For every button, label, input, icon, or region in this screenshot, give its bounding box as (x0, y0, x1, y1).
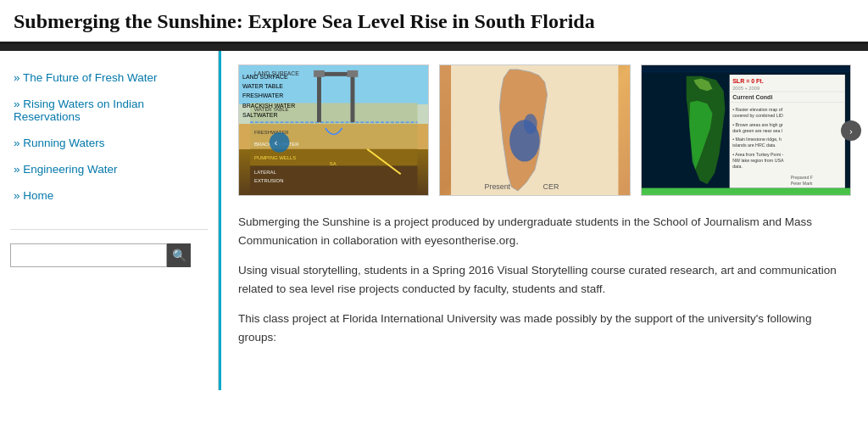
svg-text:SA: SA (330, 161, 337, 166)
sidebar-divider (10, 229, 208, 230)
svg-text:Peter Mark: Peter Mark (791, 181, 813, 186)
sidebar-nav: The Future of Fresh Water Rising Waters … (0, 64, 218, 222)
sidebar-item-running-waters[interactable]: Running Waters (0, 130, 218, 156)
search-input[interactable] (10, 243, 167, 267)
svg-text:islands are HRC data.: islands are HRC data. (732, 143, 776, 148)
search-button[interactable]: 🔍 (167, 243, 191, 267)
svg-text:• Area from Turkey Point -: • Area from Turkey Point - (732, 152, 783, 157)
sidebar: The Future of Fresh Water Rising Waters … (0, 51, 219, 390)
sidebar-item-rising-waters[interactable]: Rising Waters on Indian Reservations (0, 91, 218, 130)
gallery-next-button[interactable]: › (841, 120, 861, 141)
florida-map-svg: Present CER (440, 65, 629, 195)
svg-text:2005 + 2009: 2005 + 2009 (732, 86, 760, 91)
svg-rect-6 (317, 74, 321, 122)
description-paragraph-2: Using visual storytelling, students in a… (238, 261, 851, 298)
svg-text:• Main limestone ridge, h: • Main limestone ridge, h (732, 137, 782, 142)
sidebar-link-future-water[interactable]: The Future of Fresh Water (0, 68, 218, 87)
svg-text:WATER TABLE: WATER TABLE (254, 107, 289, 112)
gallery-item-1: LAND SURFACE WATER TABLE FRESHWATER BRAC… (238, 64, 429, 196)
nav-list: The Future of Fresh Water Rising Waters … (0, 64, 218, 222)
sidebar-link-home[interactable]: Home (0, 186, 218, 205)
svg-text:CER: CER (543, 182, 559, 191)
svg-text:dark green are near sea l: dark green are near sea l (732, 128, 782, 133)
svg-text:data.: data. (732, 164, 743, 169)
elevation-map-image: SLR = 0 Ft. 2005 + 2009 Current Condi • … (641, 64, 851, 196)
svg-text:Present: Present (485, 182, 511, 191)
layout: The Future of Fresh Water Rising Waters … (0, 51, 868, 390)
sidebar-link-rising-waters[interactable]: Rising Waters on Indian Reservations (0, 94, 218, 126)
svg-text:covered by combined LID: covered by combined LID (732, 113, 783, 118)
sidebar-item-future-water[interactable]: The Future of Fresh Water (0, 64, 218, 91)
description-area: Submerging the Sunshine is a project pro… (238, 213, 851, 347)
svg-point-23 (524, 114, 537, 134)
main-content: LAND SURFACE WATER TABLE FRESHWATER BRAC… (219, 51, 868, 390)
elevation-map-svg: SLR = 0 Ft. 2005 + 2009 Current Condi • … (642, 65, 850, 195)
svg-rect-8 (321, 72, 351, 76)
svg-text:NW lake region from USA: NW lake region from USA (732, 158, 784, 163)
search-icon: 🔍 (172, 249, 186, 262)
search-area: 🔍 (0, 237, 218, 274)
description-paragraph-1: Submerging the Sunshine is a project pro… (238, 213, 851, 249)
sidebar-item-home[interactable]: Home (0, 182, 218, 209)
sidebar-link-engineering-water[interactable]: Engineering Water (0, 159, 218, 179)
water-table-image: LAND SURFACE WATER TABLE FRESHWATER BRAC… (238, 64, 429, 196)
svg-text:EXTRUSION: EXTRUSION (254, 178, 283, 183)
description-paragraph-3: This class project at Florida Internatio… (238, 310, 851, 346)
svg-rect-1 (250, 103, 417, 124)
svg-rect-10 (348, 70, 359, 77)
image-gallery: LAND SURFACE WATER TABLE FRESHWATER BRAC… (238, 64, 851, 196)
page-title: Submerging the Sunshine: Explore Sea Lev… (14, 10, 854, 33)
svg-rect-9 (314, 70, 325, 77)
dark-bar (0, 44, 868, 51)
svg-text:LATERAL: LATERAL (254, 170, 277, 175)
sidebar-link-running-waters[interactable]: Running Waters (0, 133, 218, 153)
svg-text:• Brown areas are high gr: • Brown areas are high gr (732, 122, 783, 127)
svg-text:LAND SURFACE: LAND SURFACE (254, 70, 299, 76)
svg-text:SLR = 0 Ft.: SLR = 0 Ft. (732, 78, 763, 84)
site-header: Submerging the Sunshine: Explore Sea Lev… (0, 0, 868, 44)
svg-point-19 (270, 132, 290, 153)
florida-map-image: Present CER (439, 64, 630, 196)
gallery-item-2: Present CER (439, 64, 630, 196)
gallery-item-3: SLR = 0 Ft. 2005 + 2009 Current Condi • … (641, 64, 851, 196)
svg-text:Current Condi: Current Condi (732, 94, 772, 100)
pump-lines-svg: LAND SURFACE WATER TABLE FRESHWATER BRAC… (239, 65, 428, 195)
svg-text:• Raster elevation map of: • Raster elevation map of (732, 107, 782, 112)
sidebar-item-engineering-water[interactable]: Engineering Water (0, 156, 218, 182)
svg-rect-7 (350, 74, 354, 122)
svg-text:PUMPING WELLS: PUMPING WELLS (254, 155, 296, 160)
svg-text:Prepared F: Prepared F (791, 175, 813, 180)
svg-text:‹: ‹ (275, 137, 278, 148)
